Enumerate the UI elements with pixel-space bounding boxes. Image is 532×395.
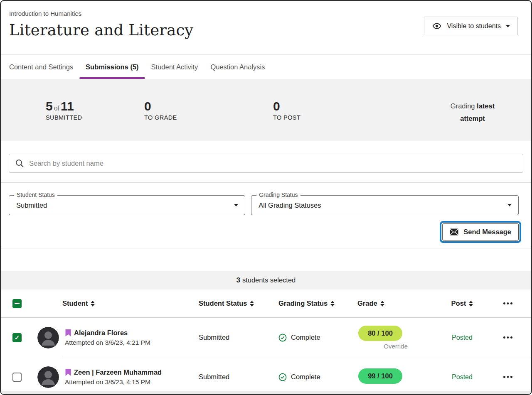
- tab-submissions[interactable]: Submissions (5): [79, 55, 145, 79]
- spacer: [1, 248, 531, 271]
- accommodations-flag-icon: [65, 368, 71, 377]
- avatar: [37, 327, 59, 348]
- stat-to-post-label: TO POST: [273, 114, 441, 121]
- app-window: Introduction to Humanities Literature an…: [0, 0, 532, 395]
- column-header-grading-status[interactable]: Grading Status: [271, 299, 353, 307]
- column-header-grade[interactable]: Grade: [353, 299, 433, 307]
- page-header: Introduction to Humanities Literature an…: [1, 1, 531, 55]
- tab-bar: Content and Settings Submissions (5) Stu…: [1, 55, 531, 79]
- grade-pill[interactable]: 80 / 100: [358, 326, 402, 341]
- avatar: [37, 366, 59, 388]
- post-status[interactable]: Posted: [433, 334, 491, 341]
- stat-submitted-label: SUBMITTED: [46, 114, 144, 121]
- student-status-value: Submitted: [16, 201, 47, 209]
- tab-question-analysis[interactable]: Question Analysis: [204, 55, 271, 79]
- tab-content-and-settings[interactable]: Content and Settings: [3, 55, 79, 79]
- page-title: Literature and Literacy: [9, 21, 193, 39]
- visibility-button-label: Visible to students: [447, 22, 501, 30]
- table-header-row: ✓ Student Student Status Grading Status …: [1, 290, 531, 318]
- table-options-menu[interactable]: [501, 300, 515, 307]
- student-name[interactable]: Zeen | Farzeen Muhammad: [74, 368, 162, 376]
- grading-status-label: Grading Status: [256, 191, 300, 198]
- chevron-down-icon: [234, 204, 238, 206]
- selection-summary: 3 students selected: [1, 271, 531, 290]
- column-header-post[interactable]: Post: [433, 299, 491, 307]
- filters-section: Student Status Submitted Grading Status …: [1, 183, 531, 248]
- search-box: [9, 154, 523, 173]
- next-row-edge: [1, 391, 531, 394]
- envelope-icon: [450, 228, 458, 236]
- select-all-checkbox[interactable]: ✓: [12, 299, 22, 308]
- search-section: [1, 141, 531, 182]
- stat-to-grade-label: TO GRADE: [144, 114, 273, 121]
- search-icon: [15, 159, 24, 168]
- student-status-value: Submitted: [192, 334, 271, 341]
- search-input[interactable]: [29, 159, 517, 167]
- grading-status-value: All Grading Statuses: [259, 201, 321, 209]
- accommodations-flag-icon: [65, 329, 71, 337]
- chevron-down-icon: [507, 204, 512, 206]
- tab-student-activity[interactable]: Student Activity: [145, 55, 204, 79]
- row-checkbox[interactable]: ✓: [12, 333, 22, 342]
- submission-stats: 5of11 SUBMITTED 0 TO GRADE 0 TO POST Gra…: [1, 79, 531, 141]
- row-options-menu[interactable]: [501, 334, 515, 341]
- sort-icon: [380, 301, 384, 307]
- chevron-down-icon: [506, 25, 510, 27]
- table-row: ✓ Alejandra Flores: [1, 318, 531, 357]
- column-header-student[interactable]: Student: [32, 299, 192, 307]
- complete-check-icon: [278, 373, 287, 381]
- student-status-label: Student Status: [14, 191, 57, 198]
- attempt-timestamp: Attempted on 3/6/23, 4:21 PM: [65, 339, 150, 346]
- grade-pill[interactable]: 99 / 100: [358, 368, 402, 384]
- submissions-table: 3 students selected ✓ Student Student St…: [1, 271, 531, 395]
- grading-status-value: Complete: [291, 373, 320, 381]
- row-checkbox[interactable]: ✓: [12, 373, 22, 382]
- stat-submitted: 5of11 SUBMITTED: [46, 99, 144, 121]
- grading-status-select[interactable]: Grading Status All Grading Statuses: [251, 195, 519, 215]
- sort-icon: [91, 301, 95, 307]
- student-name[interactable]: Alejandra Flores: [74, 329, 128, 337]
- stat-to-grade: 0 TO GRADE: [144, 99, 273, 121]
- send-message-button[interactable]: Send Message: [442, 223, 519, 240]
- grading-mode: Grading latest attempt: [441, 100, 504, 125]
- stat-to-post: 0 TO POST: [273, 99, 441, 121]
- sort-icon: [330, 301, 335, 307]
- complete-check-icon: [278, 334, 287, 342]
- attempt-timestamp: Attempted on 3/6/23, 4:15 PM: [65, 378, 162, 386]
- visibility-button[interactable]: Visible to students: [424, 17, 518, 35]
- post-status[interactable]: Posted: [433, 373, 491, 381]
- send-message-label: Send Message: [463, 228, 511, 236]
- column-header-student-status[interactable]: Student Status: [192, 299, 271, 307]
- sort-icon: [250, 301, 254, 307]
- student-status-value: Submitted: [192, 373, 271, 381]
- grading-status-value: Complete: [291, 334, 320, 341]
- table-row: ✓ Zeen | Farzeen Muhammad: [1, 357, 531, 395]
- row-options-menu[interactable]: [501, 373, 515, 380]
- sort-icon: [469, 301, 473, 307]
- override-label: Override: [374, 343, 418, 350]
- eye-icon: [432, 21, 442, 31]
- breadcrumb[interactable]: Introduction to Humanities: [9, 10, 193, 17]
- student-status-select[interactable]: Student Status Submitted: [9, 195, 245, 215]
